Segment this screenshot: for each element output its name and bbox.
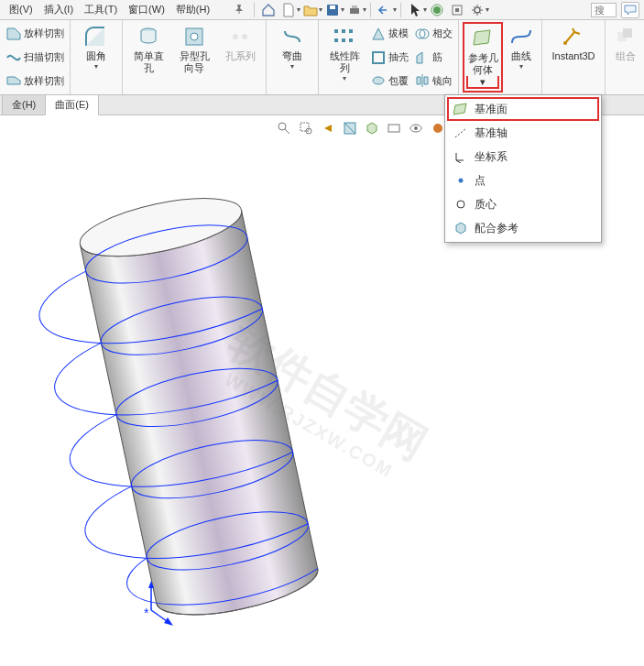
fillet-button[interactable]: 圆角 ▾ — [74, 22, 118, 93]
center-of-mass-icon — [453, 196, 469, 213]
menu-insert[interactable]: 插入(I) — [38, 1, 79, 18]
svg-point-48 — [414, 126, 418, 130]
home-icon[interactable] — [259, 2, 278, 18]
draft-button[interactable]: 拔模 — [368, 22, 410, 46]
linear-pattern-button[interactable]: 线性阵 列 ▾ — [322, 22, 366, 93]
svg-rect-21 — [373, 52, 384, 63]
svg-rect-20 — [349, 38, 353, 42]
svg-rect-42 — [300, 123, 309, 131]
simple-hole-icon — [136, 24, 161, 49]
svg-point-9 — [475, 7, 480, 13]
menu-tools[interactable]: 工具(T) — [79, 1, 123, 18]
svg-rect-2 — [330, 5, 335, 9]
dropdown-item-axis[interactable]: 基准轴 — [447, 121, 599, 145]
dropdown-item-csys[interactable]: 坐标系 — [447, 145, 599, 169]
hole-series-icon — [227, 24, 253, 49]
svg-rect-3 — [350, 8, 359, 14]
point-icon — [453, 172, 469, 189]
svg-rect-0 — [239, 10, 240, 14]
intersect-button[interactable]: 相交 — [412, 22, 454, 46]
svg-rect-15 — [334, 29, 338, 33]
lofted-cut-button[interactable]: 放样切割 — [4, 22, 66, 46]
section-view-icon[interactable] — [341, 119, 359, 137]
dropdown-item-com[interactable]: 质心 — [447, 192, 599, 216]
svg-point-5 — [433, 6, 441, 14]
instant3d-icon — [561, 24, 586, 49]
combine-button: 组合 — [609, 22, 642, 93]
instant3d-button[interactable]: Instant3D — [546, 22, 601, 93]
shell-button[interactable]: 抽壳 — [368, 46, 410, 70]
svg-rect-8 — [455, 8, 459, 12]
menu-bar: 图(V) 插入(I) 工具(T) 窗口(W) 帮助(H) ▾ ▾ ▾ ▾ ▾ ▾… — [0, 0, 644, 20]
hide-show-icon[interactable] — [407, 119, 425, 137]
hole-wizard-button[interactable]: 异型孔 向导 — [172, 22, 216, 93]
curves-icon — [508, 24, 534, 49]
svg-rect-4 — [352, 5, 357, 8]
svg-point-14 — [242, 34, 247, 39]
mate-reference-icon — [453, 220, 469, 236]
zoom-fit-icon[interactable] — [275, 119, 293, 137]
options-icon[interactable] — [448, 2, 466, 18]
menu-pin-icon[interactable] — [228, 2, 250, 18]
dropdown-item-mate-ref[interactable]: 配合参考 — [447, 216, 599, 240]
svg-point-12 — [191, 33, 198, 40]
ribbon-group-instant3d: Instant3D — [542, 20, 606, 94]
ribbon-group-combine: 组合 移动/ 制实/ — [606, 20, 644, 94]
svg-text:*: * — [144, 606, 149, 620]
plane-icon — [453, 101, 469, 117]
undo-icon[interactable] — [376, 2, 394, 18]
print-icon[interactable] — [345, 2, 364, 18]
svg-point-40 — [278, 123, 286, 130]
new-icon[interactable] — [279, 2, 298, 18]
menu-help[interactable]: 帮助(H) — [170, 1, 215, 18]
svg-marker-38 — [164, 617, 173, 626]
reference-geometry-dropdown-arrow[interactable]: ▾ — [466, 76, 499, 89]
rebuild-icon[interactable] — [428, 2, 446, 18]
open-icon[interactable] — [301, 2, 320, 18]
csys-icon — [453, 148, 469, 165]
mirror-button[interactable]: 镜向 — [412, 69, 454, 93]
reference-geometry-button[interactable]: 参考几 何体 ▾ — [463, 22, 503, 93]
rib-button[interactable]: 筋 — [412, 46, 454, 70]
tab-surfaces[interactable]: 曲面(E) — [45, 94, 99, 115]
zoom-area-icon[interactable] — [297, 119, 315, 137]
menu-window[interactable]: 窗口(W) — [123, 1, 170, 18]
reference-geometry-icon — [470, 26, 496, 51]
svg-point-22 — [373, 77, 384, 84]
ribbon-group-pattern: 线性阵 列 ▾ 拔模 抽壳 包覆 相交 筋 镜向 — [319, 20, 459, 94]
svg-point-49 — [433, 124, 442, 133]
linear-pattern-icon — [332, 24, 357, 49]
view-orient-icon[interactable] — [363, 119, 381, 137]
wrapfeat-button[interactable]: 包覆 — [368, 69, 410, 93]
lofted-cut-2-button[interactable]: 放样切割 — [4, 69, 66, 93]
wrap-icon — [279, 24, 305, 49]
svg-rect-17 — [349, 29, 353, 33]
swept-cut-button[interactable]: 扫描切割 — [4, 46, 66, 70]
svg-rect-18 — [334, 38, 338, 42]
ribbon-group-holes: 简单直 孔 异型孔 向导 孔系列 — [123, 20, 267, 94]
svg-line-41 — [285, 129, 289, 134]
prev-view-icon[interactable] — [319, 119, 337, 137]
ribbon-group-cut: 放样切割 扫描切割 放样切割 — [0, 20, 71, 94]
curves-button[interactable]: 曲线 ▾ — [505, 22, 538, 93]
combine-icon — [613, 24, 639, 49]
svg-rect-27 — [623, 28, 632, 38]
reference-geometry-dropdown: 基准面 基准轴 坐标系 点 质心 配合参考 — [444, 94, 602, 243]
select-cursor-icon[interactable] — [406, 2, 424, 18]
svg-line-50 — [455, 128, 466, 137]
tab-sheet-metal[interactable]: 金(H) — [2, 94, 46, 115]
settings-gear-icon[interactable] — [468, 2, 486, 18]
dropdown-item-plane[interactable]: 基准面 — [447, 97, 599, 121]
wrap-button[interactable]: 弯曲 ▾ — [270, 22, 314, 93]
help-bubble-icon[interactable] — [621, 2, 639, 18]
simple-hole-button[interactable]: 简单直 孔 — [126, 22, 170, 93]
dropdown-item-point[interactable]: 点 — [447, 169, 599, 192]
save-icon[interactable] — [323, 2, 342, 18]
heads-up-view-toolbar — [275, 119, 447, 137]
display-style-icon[interactable] — [385, 119, 403, 137]
hole-wizard-icon — [181, 24, 207, 49]
search-input[interactable] — [591, 3, 617, 17]
ribbon-group-refgeom: 参考几 何体 ▾ 曲线 ▾ — [459, 20, 542, 94]
svg-rect-19 — [342, 38, 345, 42]
menu-view[interactable]: 图(V) — [4, 1, 38, 18]
